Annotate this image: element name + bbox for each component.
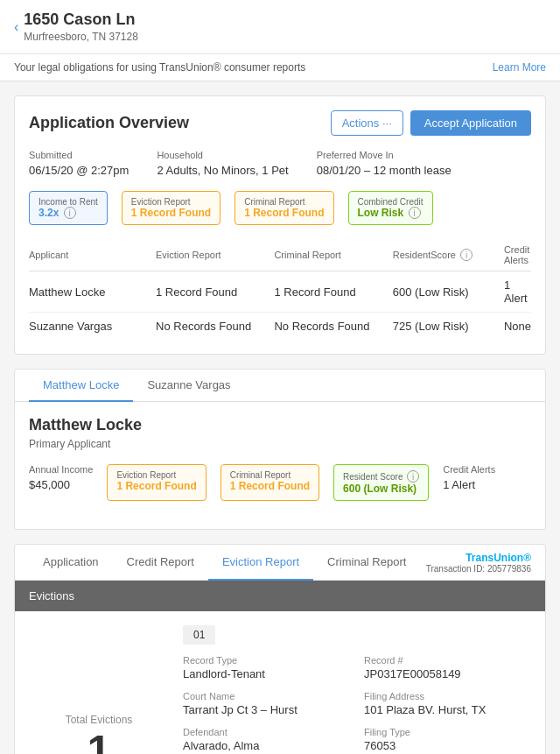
- household-meta: Household 2 Adults, No Minors, 1 Pet: [157, 150, 288, 177]
- row1-alerts: 1 Alert: [504, 271, 531, 313]
- overview-badges: Income to Rent 3.2x i Eviction Report 1 …: [29, 191, 531, 225]
- col-header-eviction: Eviction Report: [156, 239, 274, 271]
- tab-criminal-report[interactable]: Criminal Report: [313, 545, 420, 581]
- income-badge-value: 3.2x: [38, 207, 59, 219]
- combined-credit-badge: Combined Credit Low Risk i: [348, 191, 433, 225]
- applicant-name: Matthew Locke: [29, 416, 531, 434]
- record-tab-01[interactable]: 01: [183, 625, 215, 645]
- card-header: Application Overview Actions ··· Accept …: [29, 110, 531, 136]
- col-header-applicant: Applicant: [29, 239, 156, 271]
- accept-application-button[interactable]: Accept Application: [410, 110, 531, 136]
- annual-income-value: $45,000: [29, 478, 93, 491]
- evictions-section-header: Evictions: [15, 581, 545, 611]
- filing-address-label: Filing Address: [364, 691, 531, 701]
- table-row: Matthew Locke 1 Record Found 1 Record Fo…: [29, 271, 531, 313]
- tab-application[interactable]: Application: [29, 545, 113, 581]
- back-arrow-icon: ‹: [14, 19, 18, 35]
- row2-name: Suzanne Vargas: [29, 313, 156, 341]
- row1-score: 600 (Low Risk): [393, 271, 504, 313]
- criminal-badge: Criminal Report 1 Record Found: [234, 191, 333, 225]
- defendant-value: Alvarado, Alma: [183, 739, 350, 752]
- header-actions: Actions ··· Accept Application: [331, 110, 531, 136]
- transaction-label: Transaction ID:: [426, 564, 485, 574]
- applicant-score-value: 600 (Low Risk): [343, 483, 416, 495]
- transunion-logo: TransUnion®: [426, 552, 531, 564]
- submitted-value: 06/15/20 @ 2:27pm: [29, 164, 129, 177]
- tab-eviction-report[interactable]: Eviction Report: [208, 545, 313, 581]
- row1-eviction: 1 Record Found: [156, 271, 274, 313]
- eviction-content: Total Evictions 1 01 Record Type Landlor…: [15, 611, 545, 754]
- record-number-label: Record #: [364, 655, 531, 666]
- field-filing-type: Filing Type 76053: [364, 727, 531, 752]
- field-record-number: Record # JP0317E00058149: [364, 655, 531, 680]
- applicant-eviction-label: Eviction Report: [116, 470, 196, 480]
- record-type-label: Record Type: [183, 655, 350, 666]
- income-badge: Income to Rent 3.2x i: [29, 191, 108, 225]
- credit-alerts-label: Credit Alerts: [443, 464, 495, 475]
- combined-credit-value: Low Risk: [358, 207, 404, 219]
- movein-meta: Preferred Move In 08/01/20 – 12 month le…: [317, 150, 452, 177]
- applicant-criminal-value: 1 Record Found: [230, 480, 310, 492]
- report-tabs-header: Application Credit Report Eviction Repor…: [15, 545, 545, 581]
- field-filing-address: Filing Address 101 Plaza BV. Hurst, TX: [364, 691, 531, 716]
- filing-type-value: 76053: [364, 739, 531, 752]
- score-info-icon[interactable]: i: [460, 249, 472, 261]
- movein-value: 08/01/20 – 12 month lease: [317, 164, 452, 177]
- applicant-score-badge: Resident Score i 600 (Low Risk): [333, 464, 429, 501]
- record-type-value: Landlord-Tenant: [183, 667, 350, 680]
- col-header-alerts: Credit Alerts: [504, 239, 531, 271]
- eviction-badge-value: 1 Record Found: [131, 207, 211, 219]
- notice-text: Your legal obligations for using TransUn…: [14, 61, 305, 74]
- main-content: Application Overview Actions ··· Accept …: [0, 81, 560, 754]
- report-section: Application Credit Report Eviction Repor…: [14, 544, 546, 754]
- tab-credit-report[interactable]: Credit Report: [113, 545, 208, 581]
- row2-score: 725 (Low Risk): [393, 313, 504, 341]
- total-evictions-number: 1: [88, 729, 111, 754]
- court-name-label: Court Name: [183, 691, 350, 701]
- applicant-detail: Matthew Locke Primary Applicant Annual I…: [15, 402, 545, 529]
- address-subtitle: Murfreesboro, TN 37128: [24, 31, 138, 43]
- meta-row: Submitted 06/15/20 @ 2:27pm Household 2 …: [29, 150, 531, 177]
- credit-alerts-field: Credit Alerts 1 Alert: [443, 464, 495, 501]
- applicant-eviction-value: 1 Record Found: [116, 480, 196, 492]
- income-badge-label: Income to Rent: [38, 197, 98, 207]
- row2-alerts: None: [504, 313, 531, 341]
- resident-score-info-icon[interactable]: i: [407, 470, 419, 483]
- credit-info-icon[interactable]: i: [409, 207, 421, 219]
- criminal-badge-value: 1 Record Found: [244, 207, 324, 219]
- learn-more-link[interactable]: Learn More: [493, 61, 546, 74]
- filing-address-value: 101 Plaza BV. Hurst, TX: [364, 703, 531, 716]
- applicant-criminal-badge: Criminal Report 1 Record Found: [220, 464, 319, 501]
- applicant-badges: Annual Income $45,000 Eviction Report 1 …: [29, 464, 531, 501]
- criminal-badge-label: Criminal Report: [244, 197, 324, 207]
- applicant-tab-matthew[interactable]: Matthew Locke: [29, 370, 133, 402]
- submitted-label: Submitted: [29, 150, 129, 160]
- applicant-eviction-badge: Eviction Report 1 Record Found: [107, 464, 206, 501]
- eviction-summary: Total Evictions 1: [29, 625, 169, 754]
- credit-alerts-value: 1 Alert: [443, 478, 495, 491]
- applicant-score-label: Resident Score i: [343, 470, 419, 483]
- row1-criminal: 1 Record Found: [274, 271, 392, 313]
- actions-button[interactable]: Actions ···: [331, 110, 403, 136]
- annual-income-label: Annual Income: [29, 464, 93, 475]
- defendant-label: Defendant: [183, 727, 350, 737]
- transunion-badge: TransUnion® Transaction ID: 205779836: [426, 552, 531, 574]
- household-label: Household: [157, 150, 288, 160]
- income-info-icon[interactable]: i: [64, 207, 76, 219]
- submitted-meta: Submitted 06/15/20 @ 2:27pm: [29, 150, 129, 177]
- report-tabs: Application Credit Report Eviction Repor…: [29, 545, 420, 580]
- eviction-records: 01 Record Type Landlord-Tenant Record # …: [183, 625, 531, 754]
- row2-criminal: No Records Found: [274, 313, 392, 341]
- household-value: 2 Adults, No Minors, 1 Pet: [157, 164, 288, 177]
- address-title: 1650 Cason Ln: [24, 11, 138, 29]
- combined-credit-label: Combined Credit: [358, 197, 424, 207]
- filing-type-label: Filing Type: [364, 727, 531, 737]
- table-row: Suzanne Vargas No Records Found No Recor…: [29, 313, 531, 341]
- back-navigation[interactable]: ‹ 1650 Cason Ln Murfreesboro, TN 37128: [14, 11, 546, 43]
- top-bar: ‹ 1650 Cason Ln Murfreesboro, TN 37128: [0, 0, 560, 54]
- applicant-role: Primary Applicant: [29, 438, 531, 450]
- movein-label: Preferred Move In: [317, 150, 452, 160]
- field-defendant: Defendant Alvarado, Alma: [183, 727, 350, 752]
- applicant-tab-suzanne[interactable]: Suzanne Vargas: [133, 370, 244, 402]
- col-header-score: ResidentScore i: [393, 239, 504, 271]
